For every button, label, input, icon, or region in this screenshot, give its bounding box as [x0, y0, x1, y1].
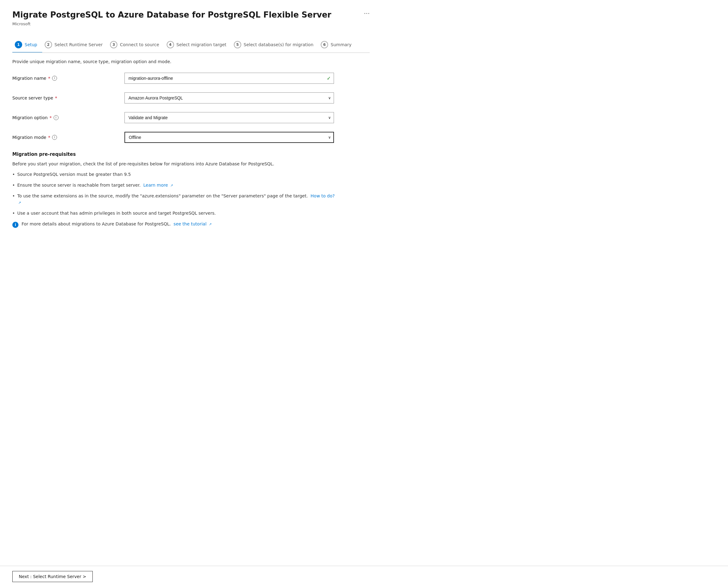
prereq-item-3-text: To use the same extensions as in the sou… — [17, 193, 309, 198]
step-6-circle: 6 — [321, 41, 328, 48]
prereq-item-2: Ensure the source server is reachable fr… — [12, 182, 339, 188]
info-banner-icon: i — [12, 222, 19, 228]
page-title: Migrate PostgreSQL to Azure Database for… — [12, 10, 331, 20]
migration-mode-control: Offline Online ∨ — [124, 132, 334, 143]
migration-option-control: Validate and Migrate Validate Migrate ∨ — [124, 112, 334, 123]
migration-option-required: * — [50, 115, 52, 120]
prerequisites-title: Migration pre-requisites — [12, 151, 339, 157]
migration-name-row: Migration name * i ✓ — [12, 73, 339, 84]
source-server-type-row: Source server type * Amazon Aurora Postg… — [12, 92, 339, 103]
migration-name-label-text: Migration name — [12, 76, 46, 81]
step-5-circle: 5 — [234, 41, 241, 48]
form-section: Migration name * i ✓ Source server type … — [12, 73, 339, 143]
source-server-type-select[interactable]: Amazon Aurora PostgreSQL Amazon RDS for … — [124, 92, 334, 103]
how-to-do-link[interactable]: How to do? — [311, 193, 335, 198]
source-server-type-label: Source server type * — [12, 95, 117, 100]
learn-more-external-icon: ↗ — [170, 183, 173, 188]
form-description: Provide unique migration name, source ty… — [12, 59, 370, 64]
migration-name-required: * — [48, 76, 50, 81]
migration-name-info-icon[interactable]: i — [52, 76, 57, 81]
migration-name-input-wrapper: ✓ — [124, 73, 334, 84]
migration-mode-label: Migration mode * i — [12, 135, 117, 140]
migration-option-select[interactable]: Validate and Migrate Validate Migrate — [124, 112, 334, 123]
source-server-type-required: * — [55, 95, 57, 100]
prereq-item-1: Source PostgreSQL version must be greate… — [12, 171, 339, 178]
migration-name-control: ✓ — [124, 73, 334, 84]
learn-more-link[interactable]: Learn more — [143, 183, 168, 188]
prereq-item-1-text: Source PostgreSQL version must be greate… — [17, 172, 131, 177]
step-4-circle: 4 — [167, 41, 174, 48]
source-server-type-control: Amazon Aurora PostgreSQL Amazon RDS for … — [124, 92, 334, 103]
step-2-circle: 2 — [45, 41, 52, 48]
prereq-item-4-text: Use a user account that has admin privil… — [17, 211, 215, 216]
migration-mode-required: * — [48, 135, 50, 140]
migration-option-select-wrapper: Validate and Migrate Validate Migrate ∨ — [124, 112, 334, 123]
step-4-label: Select migration target — [177, 42, 226, 47]
step-1-label: Setup — [25, 42, 37, 47]
prereq-item-4: Use a user account that has admin privil… — [12, 210, 339, 216]
prerequisites-section: Migration pre-requisites Before you star… — [12, 151, 339, 228]
migration-name-input[interactable] — [124, 73, 334, 84]
migration-option-label-text: Migration option — [12, 115, 48, 120]
step-2-label: Select Runtime Server — [54, 42, 103, 47]
step-5-label: Select database(s) for migration — [244, 42, 313, 47]
info-banner: i For more details about migrations to A… — [12, 221, 339, 228]
source-server-type-select-wrapper: Amazon Aurora PostgreSQL Amazon RDS for … — [124, 92, 334, 103]
step-6-summary[interactable]: 6 Summary — [318, 39, 357, 52]
step-1-setup[interactable]: 1 Setup — [12, 39, 42, 53]
migration-mode-select-wrapper: Offline Online ∨ — [124, 132, 334, 143]
source-server-type-label-text: Source server type — [12, 95, 53, 100]
migration-mode-info-icon[interactable]: i — [52, 135, 57, 140]
step-3-connect-source[interactable]: 3 Connect to source — [108, 39, 164, 52]
see-tutorial-link[interactable]: see the tutorial — [174, 221, 206, 226]
step-4-migration-target[interactable]: 4 Select migration target — [164, 39, 231, 52]
migration-mode-select[interactable]: Offline Online — [124, 132, 334, 143]
step-1-circle: 1 — [15, 41, 22, 48]
how-to-do-external-icon: ↗ — [18, 201, 21, 206]
migration-name-label: Migration name * i — [12, 76, 117, 81]
migration-option-info-icon[interactable]: i — [53, 115, 59, 120]
migration-option-row: Migration option * i Validate and Migrat… — [12, 112, 339, 123]
info-banner-text: For more details about migrations to Azu… — [22, 221, 212, 226]
page-header: Migrate PostgreSQL to Azure Database for… — [12, 10, 370, 26]
step-5-select-databases[interactable]: 5 Select database(s) for migration — [231, 39, 318, 52]
step-2-runtime-server[interactable]: 2 Select Runtime Server — [42, 39, 108, 52]
page-subtitle: Microsoft — [12, 22, 331, 26]
prereq-item-2-text: Ensure the source server is reachable fr… — [17, 183, 142, 188]
step-6-label: Summary — [331, 42, 351, 47]
migration-mode-row: Migration mode * i Offline Online ∨ — [12, 132, 339, 143]
tutorial-external-icon: ↗ — [209, 222, 212, 226]
migration-mode-label-text: Migration mode — [12, 135, 46, 140]
step-3-circle: 3 — [110, 41, 117, 48]
more-options-button[interactable]: ··· — [364, 10, 370, 17]
step-3-label: Connect to source — [120, 42, 159, 47]
prerequisites-description: Before you start your migration, check t… — [12, 161, 339, 166]
prereq-item-3: To use the same extensions as in the sou… — [12, 193, 339, 206]
wizard-steps: 1 Setup 2 Select Runtime Server 3 Connec… — [12, 33, 370, 53]
prerequisites-list: Source PostgreSQL version must be greate… — [12, 171, 339, 216]
migration-name-check-icon: ✓ — [327, 75, 331, 81]
migration-option-label: Migration option * i — [12, 115, 117, 120]
